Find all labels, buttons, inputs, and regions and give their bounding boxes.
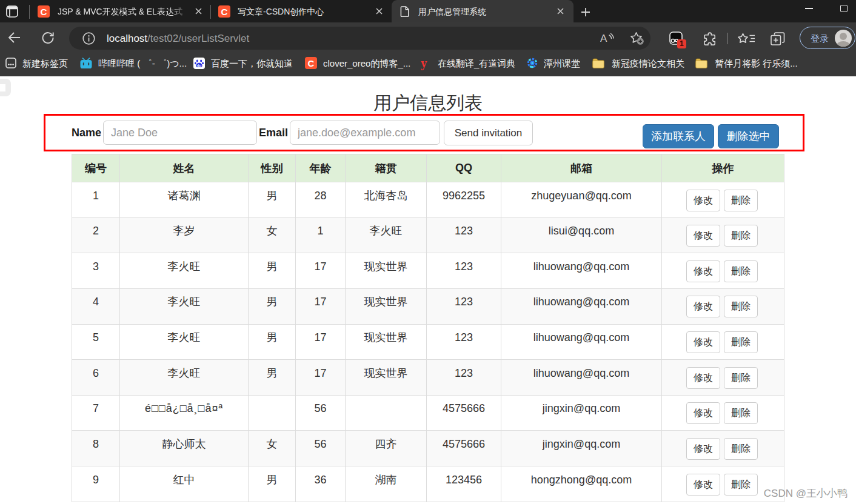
svg-text:C: C: [221, 7, 228, 17]
svg-text:C: C: [41, 7, 47, 17]
svg-text:C: C: [308, 58, 315, 68]
svg-text:du: du: [197, 63, 202, 67]
svg-text:A: A: [600, 33, 607, 44]
